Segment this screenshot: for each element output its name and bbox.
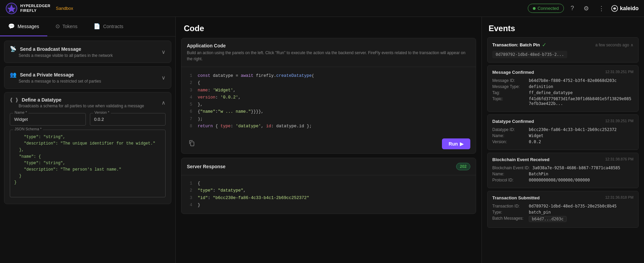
event-field: Tag: ff_define_datatype [492, 90, 634, 95]
name-label: Name * [13, 110, 28, 114]
batch-messages-badge: b64d7...d203c [529, 216, 567, 222]
private-chevron-icon: ∨ [162, 74, 166, 81]
response-line: 3 "id": "b6cc230e-fa86-4c33-b4c1-2b69cc2… [187, 195, 470, 202]
code-line: 5 }, [187, 101, 470, 108]
broadcast-title: 📡 Send a Broadcast Message [10, 46, 113, 52]
broadcast-subtitle: Sends a message visible to all parties i… [10, 53, 113, 58]
response-header: Server Response 202 [181, 158, 476, 175]
transaction-bar: Transaction: Batch Pin ✓ a few seconds a… [487, 37, 639, 63]
datatype-chevron-icon: ∧ [162, 100, 166, 106]
transaction-label-text: Transaction: [492, 42, 518, 47]
field-val: Widget [529, 133, 543, 138]
code-line: 3 name: 'Widget', [187, 87, 470, 94]
kaleido-label: kaleido [620, 5, 639, 12]
field-key: Version: [492, 139, 526, 144]
datatype-title-area: { } Define a Datatype Broadcasts a schem… [10, 97, 144, 108]
event-field: Blockchain Event ID: 3a038a7e-9258-4686-… [492, 166, 634, 170]
settings-button[interactable]: ⚙ [581, 3, 592, 14]
code-line: 4 version: '0.0.2', [187, 94, 470, 101]
firefly-icon [5, 2, 18, 15]
name-input[interactable] [10, 113, 86, 126]
broadcast-chevron-icon: ∨ [162, 49, 166, 55]
schema-textarea[interactable]: "type": "string", "description": "The un… [10, 130, 166, 197]
event-field: Protocol ID: 00000000008/000000/000000 [492, 178, 634, 182]
sandbox-badge: Sandbox [56, 6, 73, 11]
status-badge: 202 [456, 163, 470, 170]
event-field: Topic: f41d6fd3779873d1fae30f1d6b8401e5f… [492, 96, 634, 106]
event-field: Transaction ID: 0d789792-1dbd-48ed-b735-… [492, 204, 634, 209]
tab-contracts-label: Contracts [103, 24, 123, 29]
broadcast-icon: 📡 [10, 46, 17, 52]
field-val: 0d789792-1dbd-48ed-b735-20e25b0c8b45 [529, 204, 617, 209]
run-arrow-icon: ▶ [460, 141, 464, 147]
private-subtitle: Sends a message to a restricted set of p… [10, 79, 101, 84]
event-name: Datatype Confirmed [492, 119, 534, 124]
transaction-hash: 0d789792-1dbd-48ed-b735-2... [492, 51, 567, 58]
kaleido-icon [611, 5, 618, 12]
connected-button[interactable]: Connected [528, 4, 564, 13]
event-field: Version: 0.0.2 [492, 139, 634, 144]
code-actions: Run ▶ [181, 135, 476, 153]
field-key: Blockchain Event ID: [492, 166, 530, 170]
field-val: b6cc230e-fa86-4c33-b4c1-2b69cc252372 [529, 127, 617, 132]
copy-icon [188, 139, 195, 146]
center-panel: Code Application Code Build an action us… [176, 17, 482, 263]
transaction-label: Transaction: Batch Pin [492, 42, 540, 47]
tab-tokens-label: Tokens [63, 24, 77, 29]
schema-label: JSON Schema * [13, 127, 43, 131]
event-time: 12:31:39.251 PM [605, 119, 634, 123]
event-field: Name: BatchPin [492, 172, 634, 176]
event-field: Message Type: definition [492, 84, 634, 89]
event-field: Type: batch_pin [492, 210, 634, 215]
help-button[interactable]: ? [568, 3, 577, 13]
code-line: 6 {"name":"w ... name."}}}}, [187, 108, 470, 115]
accordion-datatype-header[interactable]: { } Define a Datatype Broadcasts a schem… [4, 92, 171, 113]
code-line: 8return { type: 'datatype', id: datatype… [187, 123, 470, 130]
brand-name: HYPERLEDGER [20, 4, 50, 8]
private-title-area: 👥 Send a Private Message Sends a message… [10, 71, 101, 84]
event-field: Datatype ID: b6cc230e-fa86-4c33-b4c1-2b6… [492, 127, 634, 132]
collapse-icon[interactable]: ∧ [630, 43, 634, 47]
field-key: Name: [492, 172, 526, 176]
accordion-broadcast: 📡 Send a Broadcast Message Sends a messa… [4, 41, 171, 63]
events-header: Events [482, 17, 644, 37]
application-code-section: Application Code Build an action using t… [181, 38, 476, 154]
copy-button[interactable] [187, 138, 196, 149]
code-line: 2 { [187, 80, 470, 87]
tab-bar: 💬 Messages ⊙ Tokens 📄 Contracts [0, 17, 175, 37]
version-input[interactable] [90, 113, 166, 126]
response-line: 4} [187, 202, 470, 209]
code-line: 1const datatype = await firefly.createDa… [187, 72, 470, 80]
run-button[interactable]: Run ▶ [442, 138, 470, 149]
event-field: Name: Widget [492, 133, 634, 138]
code-title: Code [184, 24, 473, 33]
menu-button[interactable]: ⋮ [596, 3, 607, 14]
accordion-private-header[interactable]: 👥 Send a Private Message Sends a message… [4, 67, 171, 88]
schema-group: JSON Schema * "type": "string", "descrip… [10, 130, 166, 198]
tab-messages[interactable]: 💬 Messages [0, 17, 47, 36]
timestamp-text: a few seconds ago [595, 43, 629, 47]
transaction-check-icon: ✓ [542, 42, 546, 48]
field-val: 3a038a7e-9258-4686-b867-77871ca48585 [532, 166, 620, 170]
datatype-subtitle: Broadcasts a schema for all parties to u… [10, 104, 144, 108]
datatype-form: Name * Version * JSON Schema * "type": "… [4, 113, 171, 204]
transaction-name: Batch Pin [520, 42, 540, 47]
field-key: Topic: [492, 96, 526, 106]
connected-dot-icon [533, 7, 536, 10]
left-content: 📡 Send a Broadcast Message Sends a messa… [0, 37, 175, 263]
tab-tokens[interactable]: ⊙ Tokens [47, 17, 85, 36]
brand-subtitle: FIREFLY [20, 8, 50, 13]
response-title: Server Response [187, 164, 225, 169]
navbar: HYPERLEDGER FIREFLY Sandbox Connected ? … [0, 0, 644, 17]
kaleido-logo: kaleido [611, 5, 639, 12]
app-code-header: Application Code Build an action using t… [181, 38, 476, 67]
field-val: b64d7b8e-f880-4752-b3f4-82e8668d203c [529, 78, 617, 83]
app-code-title: Application Code [187, 43, 470, 48]
event-card-message-confirmed: Message Confirmed 12:31:39.251 PM Messag… [487, 65, 639, 112]
private-icon: 👥 [10, 71, 17, 78]
tab-contracts[interactable]: 📄 Contracts [85, 17, 131, 36]
event-field: Message ID: b64d7b8e-f880-4752-b3f4-82e8… [492, 78, 634, 83]
event-card-transaction-submitted: Transaction Submitted 12:31:36.818 PM Tr… [487, 191, 639, 228]
accordion-broadcast-header[interactable]: 📡 Send a Broadcast Message Sends a messa… [4, 41, 171, 63]
broadcast-title-text: Send a Broadcast Message [20, 46, 81, 52]
